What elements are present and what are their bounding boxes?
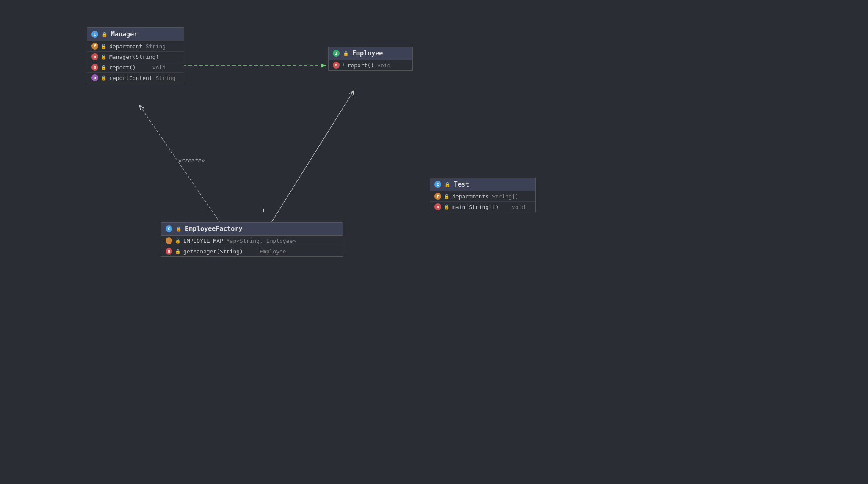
test-class-name: Test <box>454 181 469 188</box>
employee-method-report: m * report() void <box>329 60 412 70</box>
factory-method-getmanager: m 🔒 getManager(String) Employee <box>161 246 343 256</box>
vis-lock3: 🔒 <box>101 75 107 81</box>
manager-class-name: Manager <box>111 30 138 38</box>
svg-line-4 <box>271 91 354 223</box>
multiplicity-label: 1 <box>262 207 265 214</box>
factory-vis: 🔒 <box>175 238 181 244</box>
manager-field-department: f 🔒 department String <box>87 41 184 52</box>
factory-field-icon: f <box>166 237 172 244</box>
manager-class-box[interactable]: C 🔒 Manager f 🔒 department String m 🔒 Ma… <box>87 28 184 83</box>
method-icon-m2: m <box>91 64 98 71</box>
test-method-vis: 🔒 <box>444 204 450 210</box>
emp-method-icon: m <box>333 62 340 69</box>
test-header: C 🔒 Test <box>430 178 535 191</box>
manager-header: C 🔒 Manager <box>87 28 184 41</box>
employee-header: I 🔒 Employee <box>329 47 412 60</box>
method-icon-m: m <box>91 53 98 60</box>
factory-header: C 🔒 EmployeeFactory <box>161 223 343 236</box>
test-method-icon: m <box>434 204 441 210</box>
test-vis: 🔒 <box>444 194 450 199</box>
vis-lock: 🔒 <box>101 54 107 60</box>
manager-method-report: m 🔒 report() void <box>87 62 184 73</box>
test-visibility-icon: 🔒 <box>445 182 451 187</box>
test-field-icon: f <box>434 193 441 200</box>
test-class-box[interactable]: C 🔒 Test f 🔒 departments String[] m 🔒 ma… <box>430 178 536 212</box>
vis-lock2: 🔒 <box>101 65 107 70</box>
employee-visibility-icon: 🔒 <box>343 51 349 56</box>
field-icon-p: p <box>91 74 98 81</box>
factory-visibility-icon: 🔒 <box>176 226 182 232</box>
test-field-departments: f 🔒 departments String[] <box>430 191 535 202</box>
manager-method-constructor: m 🔒 Manager(String) <box>87 52 184 62</box>
create-label: «create» <box>178 157 205 164</box>
manager-field-reportcontent: p 🔒 reportContent String <box>87 73 184 83</box>
vis-lock: 🔒 <box>101 44 107 49</box>
employee-class-name: Employee <box>352 50 383 57</box>
field-icon-f: f <box>91 43 98 50</box>
factory-class-name: EmployeeFactory <box>185 225 242 233</box>
employeefactory-class-box[interactable]: C 🔒 EmployeeFactory f 🔒 EMPLOYEE_MAP Map… <box>161 222 343 257</box>
svg-line-3 <box>140 106 220 223</box>
factory-method-icon: m <box>166 248 172 255</box>
manager-class-icon: C <box>91 31 98 38</box>
test-class-icon: C <box>434 181 441 188</box>
factory-method-vis: 🔒 <box>175 249 181 254</box>
employee-class-box[interactable]: I 🔒 Employee m * report() void <box>328 47 413 71</box>
factory-field-employee-map: f 🔒 EMPLOYEE_MAP Map<String, Employee> <box>161 236 343 246</box>
emp-vis: * <box>342 63 345 68</box>
employee-class-icon: I <box>333 50 340 57</box>
test-method-main: m 🔒 main(String[]) void <box>430 202 535 212</box>
factory-class-icon: C <box>166 226 172 232</box>
manager-visibility-icon: 🔒 <box>102 32 108 37</box>
diagram-canvas: C 🔒 Manager f 🔒 department String m 🔒 Ma… <box>0 0 868 484</box>
